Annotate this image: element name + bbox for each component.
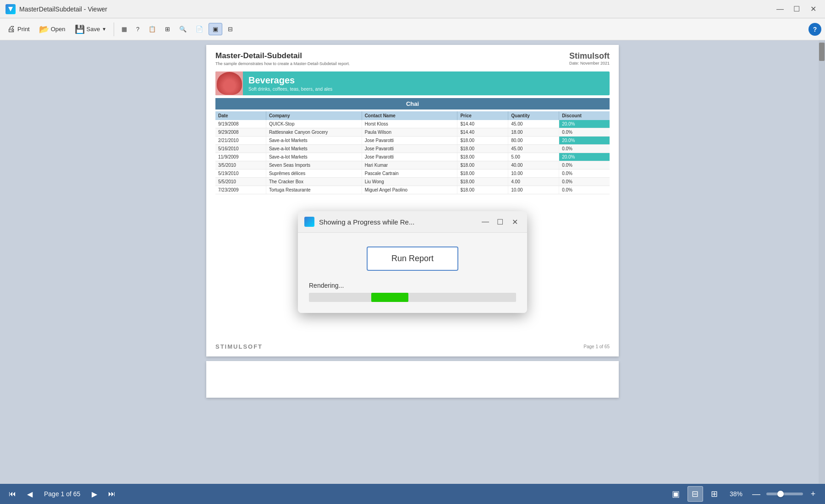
dialog-body: Run Report Rendering... <box>298 233 527 313</box>
dialog-close-button[interactable]: ✕ <box>509 216 521 228</box>
save-button[interactable]: 💾 Save ▼ <box>71 22 110 37</box>
window-title: MasterDetailSubdetail - Viewer <box>19 5 774 13</box>
copy-icon: 📋 <box>148 26 156 33</box>
grid-button[interactable]: ⊟ <box>224 23 236 35</box>
rendering-label: Rendering... <box>309 282 516 289</box>
layout-icon: ▣ <box>213 26 218 33</box>
open-icon: 📂 <box>39 24 49 34</box>
fit-button[interactable]: ⊞ <box>161 23 174 35</box>
maximize-button[interactable]: ☐ <box>790 3 803 16</box>
title-bar: MasterDetailSubdetail - Viewer — ☐ ✕ <box>0 0 825 18</box>
minimize-button[interactable]: — <box>774 3 786 16</box>
search-icon: 🔍 <box>179 26 187 33</box>
continuous-view-button[interactable]: ⊟ <box>688 486 703 502</box>
app-icon <box>6 4 16 14</box>
dialog-title-bar: Showing a Progress while Re... — ☐ ✕ <box>298 211 527 233</box>
single-page-icon: ▣ <box>672 489 680 499</box>
dialog-minimize-button[interactable]: — <box>479 216 491 228</box>
help-toolbar-button[interactable]: ? <box>132 23 143 35</box>
dialog-maximize-button[interactable]: ☐ <box>494 216 506 228</box>
copy-button[interactable]: 📋 <box>145 23 160 35</box>
toolbar-sep-1 <box>114 22 114 36</box>
dialog-title: Showing a Progress while Re... <box>319 218 479 226</box>
single-page-view-button[interactable]: ▣ <box>668 486 684 502</box>
window-controls: — ☐ ✕ <box>774 3 820 16</box>
continuous-icon: ⊟ <box>692 489 698 499</box>
next-page-button[interactable]: ▶ <box>88 487 101 501</box>
page-view-icon: ▦ <box>121 26 127 33</box>
zoom-slider-thumb[interactable] <box>777 491 784 497</box>
progress-dialog: Showing a Progress while Re... — ☐ ✕ Run… <box>298 211 527 313</box>
print-button[interactable]: 🖨 Print <box>4 22 33 36</box>
zoom-slider[interactable] <box>766 493 803 495</box>
fit-icon: ⊞ <box>165 26 170 33</box>
search-button[interactable]: 🔍 <box>176 23 190 35</box>
last-page-button[interactable]: ⏭ <box>105 487 119 501</box>
main-area: Master-Detail-Subdetail The sample demon… <box>0 40 825 484</box>
help-button[interactable]: ? <box>808 23 821 36</box>
progress-bar-container <box>309 293 516 302</box>
grid-view-button[interactable]: ⊞ <box>707 486 722 502</box>
layout-button[interactable]: ▣ <box>209 23 222 35</box>
close-button[interactable]: ✕ <box>807 3 820 16</box>
run-report-button[interactable]: Run Report <box>367 247 458 271</box>
grid-view-icon: ⊞ <box>711 489 718 499</box>
dialog-overlay: Showing a Progress while Re... — ☐ ✕ Run… <box>0 40 825 484</box>
zoom-level: 38% <box>730 490 742 498</box>
zoom-in-button[interactable]: + <box>807 488 820 500</box>
save-icon: 💾 <box>75 24 85 34</box>
dialog-controls: — ☐ ✕ <box>479 216 521 228</box>
text-button[interactable]: 📄 <box>192 23 207 35</box>
status-bar: ⏮ ◀ Page 1 of 65 ▶ ⏭ ▣ ⊟ ⊞ 38% — + <box>0 484 825 504</box>
help-toolbar-icon: ? <box>136 26 139 33</box>
open-button[interactable]: 📂 Open <box>35 22 69 37</box>
print-icon: 🖨 <box>7 24 16 34</box>
toolbar: 🖨 Print 📂 Open 💾 Save ▼ ▦ ? 📋 ⊞ 🔍 📄 ▣ ⊟ … <box>0 18 825 40</box>
progress-bar-fill <box>371 293 408 302</box>
dialog-app-icon <box>304 217 314 227</box>
save-dropdown-icon: ▼ <box>102 27 106 32</box>
grid-icon: ⊟ <box>228 26 233 33</box>
first-page-button[interactable]: ⏮ <box>6 487 19 501</box>
prev-page-button[interactable]: ◀ <box>23 487 37 501</box>
text-icon: 📄 <box>196 26 203 33</box>
zoom-out-button[interactable]: — <box>750 488 763 500</box>
page-indicator: Page 1 of 65 <box>44 490 80 498</box>
page-view-button[interactable]: ▦ <box>118 23 131 35</box>
